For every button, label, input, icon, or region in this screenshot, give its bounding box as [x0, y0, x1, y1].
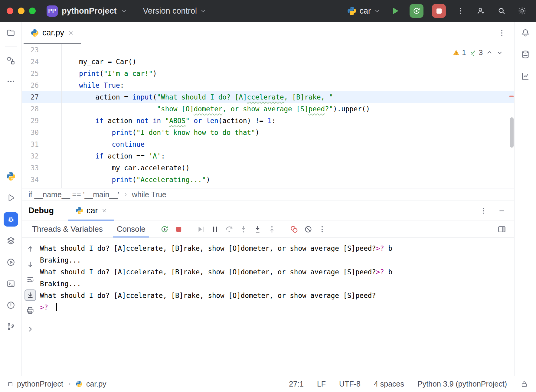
editor-scrollbar[interactable] [510, 117, 514, 148]
caret-position-widget[interactable]: 27:1 [289, 380, 304, 388]
stop-button[interactable] [432, 4, 446, 18]
passed-group[interactable]: 3 [469, 47, 483, 58]
settings-button[interactable] [516, 5, 528, 17]
code-line-28[interactable]: 28 "show [O]dometer, or show average [S]… [22, 103, 514, 115]
run-anything-button[interactable] [4, 255, 18, 270]
indent-widget[interactable]: 4 spaces [374, 380, 404, 388]
line-number[interactable]: 27 [22, 91, 61, 103]
tab-options-button[interactable] [498, 29, 506, 37]
project-widget[interactable]: PP pythonProject [47, 5, 127, 17]
code-line-31[interactable]: 31 continue [22, 139, 514, 150]
minimize-window-button[interactable] [18, 8, 25, 14]
terminal-tool-button[interactable] [4, 276, 18, 291]
next-problem-icon[interactable] [496, 49, 503, 56]
layers-icon [6, 236, 15, 245]
services-tool-button[interactable] [4, 234, 18, 248]
line-number[interactable]: 28 [22, 103, 61, 115]
tab-console[interactable]: Console [113, 221, 149, 237]
view-breakpoints-icon[interactable] [289, 225, 299, 234]
soft-wrap-button[interactable] [25, 274, 36, 286]
code-line-24[interactable]: 24 my_car = Car() [22, 56, 514, 68]
kebab-menu-icon[interactable] [480, 207, 488, 215]
layout-settings-icon[interactable] [497, 225, 506, 234]
encoding-widget[interactable]: UTF-8 [339, 380, 361, 388]
breadcrumb-item[interactable]: while True [132, 190, 166, 199]
run-button[interactable] [389, 5, 401, 17]
notifications-button[interactable] [518, 25, 533, 40]
resume-icon[interactable] [196, 225, 205, 234]
pause-icon[interactable] [211, 225, 220, 234]
close-window-button[interactable] [7, 8, 13, 14]
line-number[interactable]: 26 [22, 80, 61, 91]
problems-tool-button[interactable] [4, 298, 18, 312]
code-line-27[interactable]: 27 action = input("What should I do? [A]… [22, 91, 514, 103]
database-tool-button[interactable] [518, 47, 533, 62]
line-number[interactable]: 33 [22, 162, 61, 174]
passed-count: 3 [479, 47, 483, 58]
code-line-34[interactable]: 34 print("Accelerating...") [22, 174, 514, 186]
minimize-panel-icon[interactable] [498, 207, 506, 215]
python-packages-button[interactable] [4, 169, 18, 184]
error-stripe-mark[interactable] [509, 96, 514, 97]
chart-icon [521, 72, 530, 81]
version-control-tool-button[interactable] [4, 319, 18, 334]
more-tools-button[interactable] [4, 74, 18, 89]
step-over-icon[interactable] [225, 225, 234, 234]
vcs-widget[interactable]: Version control [143, 6, 207, 16]
project-tool-button[interactable] [4, 25, 18, 40]
close-icon[interactable] [101, 208, 107, 214]
code-line-25[interactable]: 25 print("I'm a car!") [22, 68, 514, 80]
kebab-menu-icon[interactable] [318, 225, 326, 234]
code-line-33[interactable]: 33 my_car.accelerate() [22, 162, 514, 174]
line-number[interactable]: 25 [22, 68, 61, 80]
tab-threads-variables[interactable]: Threads & Variables [28, 221, 106, 237]
charts-tool-button[interactable] [518, 69, 533, 83]
step-out-icon[interactable] [267, 225, 276, 234]
code-line-23[interactable]: 23 [22, 44, 514, 56]
code-with-me-button[interactable] [475, 5, 487, 17]
search-everywhere-button[interactable] [495, 5, 508, 17]
rerun-debug-button[interactable] [410, 4, 423, 18]
breadcrumb-item[interactable]: if __name__ == '__main__' [28, 190, 119, 199]
stop-icon[interactable] [174, 225, 183, 234]
code-line-29[interactable]: 29 if action not in "ABOS" or len(action… [22, 115, 514, 127]
down-stack-frame-button[interactable] [25, 259, 36, 270]
line-number[interactable]: 30 [22, 127, 61, 139]
step-into-icon[interactable] [239, 225, 248, 234]
editor[interactable]: 2324 my_car = Car()25 print("I'm a car!"… [22, 44, 514, 188]
force-step-into-icon[interactable] [253, 225, 262, 234]
previous-problem-icon[interactable] [486, 49, 493, 56]
line-number[interactable]: 29 [22, 115, 61, 127]
close-icon[interactable] [68, 30, 74, 36]
console-output[interactable]: What should I do? [A]ccelerate, [B]rake,… [39, 238, 514, 376]
scroll-to-end-button[interactable] [25, 289, 36, 301]
run-tool-button[interactable] [4, 191, 18, 205]
inspection-widget[interactable]: 1 3 [450, 46, 505, 59]
more-actions-button[interactable] [454, 5, 466, 17]
up-stack-frame-button[interactable] [25, 243, 36, 255]
interpreter-widget[interactable]: Python 3.9 (pythonProject) [417, 380, 507, 388]
lock-icon[interactable] [520, 380, 528, 388]
code-line-32[interactable]: 32 if action == 'A': [22, 150, 514, 162]
line-number[interactable]: 32 [22, 150, 61, 162]
line-number[interactable]: 34 [22, 174, 61, 186]
editor-tab-car-py[interactable]: car.py [24, 22, 81, 44]
line-number[interactable]: 23 [22, 44, 61, 56]
warnings-group[interactable]: 1 [452, 47, 466, 58]
mute-breakpoints-icon[interactable] [304, 225, 313, 234]
line-ending-widget[interactable]: LF [317, 380, 326, 388]
line-number[interactable]: 31 [22, 139, 61, 150]
line-number[interactable]: 24 [22, 56, 61, 68]
debug-session-tab[interactable]: car [68, 201, 114, 220]
structure-tool-button[interactable] [4, 54, 18, 68]
run-configuration-selector[interactable]: car [347, 6, 381, 16]
debug-tool-button[interactable] [4, 212, 18, 227]
code-line-26[interactable]: 26 while True: [22, 80, 514, 91]
zoom-window-button[interactable] [29, 8, 36, 14]
rerun-icon[interactable] [160, 225, 169, 234]
print-button[interactable] [25, 305, 36, 316]
statusbar-project[interactable]: pythonProject [17, 380, 63, 388]
expand-toolbar-button[interactable] [25, 323, 36, 335]
code-line-30[interactable]: 30 print("I don't know how to do that") [22, 127, 514, 139]
statusbar-file[interactable]: car.py [86, 380, 106, 388]
